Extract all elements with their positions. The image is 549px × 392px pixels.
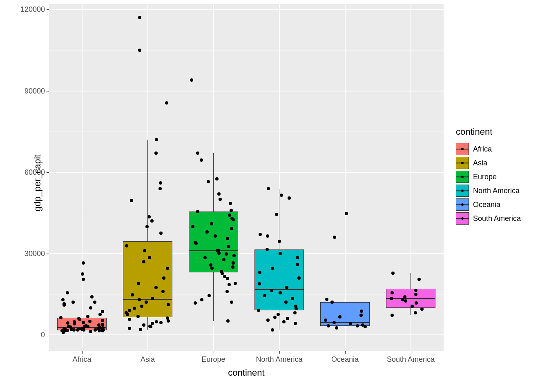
data-point — [90, 295, 94, 298]
data-point — [200, 158, 203, 162]
data-point — [131, 293, 134, 296]
data-point — [279, 252, 282, 255]
data-point — [89, 330, 92, 333]
data-point — [222, 258, 225, 261]
legend-label: Asia — [473, 159, 487, 167]
data-point — [98, 313, 102, 316]
data-point — [166, 267, 169, 270]
data-point — [142, 260, 145, 263]
data-point — [296, 256, 299, 259]
legend-label: Africa — [473, 145, 492, 154]
data-point — [190, 78, 193, 82]
data-point — [286, 317, 289, 320]
data-point — [270, 289, 273, 292]
data-point — [232, 261, 235, 265]
data-point — [359, 314, 363, 317]
data-point — [93, 301, 96, 304]
data-point — [86, 315, 89, 318]
data-point — [324, 318, 327, 322]
legend-item: Europe — [456, 170, 521, 184]
data-point — [325, 298, 328, 301]
data-point — [391, 314, 394, 317]
data-point — [166, 316, 169, 320]
y-tick-label: 90000 — [25, 87, 49, 95]
legend-key — [456, 157, 469, 169]
legend-item: Asia — [456, 156, 521, 170]
data-point — [230, 217, 234, 220]
data-point — [150, 219, 154, 223]
data-point — [417, 278, 421, 281]
data-point — [148, 256, 151, 259]
data-point — [297, 276, 301, 280]
data-point — [296, 263, 299, 266]
data-point — [159, 232, 163, 235]
data-point — [234, 282, 237, 285]
data-point — [82, 321, 85, 324]
data-point — [196, 151, 199, 155]
data-point — [77, 327, 80, 331]
legend-item: South America — [456, 212, 521, 225]
data-point — [277, 313, 280, 316]
data-point — [231, 265, 234, 269]
data-point — [349, 322, 352, 325]
data-point — [147, 215, 151, 218]
y-axis-title: gdp_per_capit — [32, 154, 43, 211]
boxplot-box — [123, 241, 172, 317]
legend-key — [456, 212, 469, 225]
data-point — [335, 326, 338, 330]
data-point — [420, 307, 424, 311]
data-point — [154, 151, 158, 155]
data-point — [207, 180, 210, 183]
plot-panel: 0300006000090000120000AfricaAsiaEuropeNo… — [49, 4, 444, 351]
data-point — [62, 302, 66, 305]
data-point — [391, 272, 395, 275]
data-point — [154, 286, 158, 289]
data-point — [125, 311, 128, 314]
data-point — [288, 196, 291, 200]
data-point — [391, 291, 394, 294]
data-point — [62, 327, 66, 330]
legend-key — [456, 171, 469, 183]
data-point — [217, 192, 221, 196]
data-point — [101, 323, 104, 326]
data-point — [228, 214, 231, 217]
data-point — [151, 297, 154, 300]
data-point — [226, 277, 229, 280]
data-point — [101, 319, 104, 322]
data-point — [205, 230, 209, 234]
data-point — [138, 16, 141, 19]
data-point — [67, 325, 70, 328]
data-point — [215, 177, 219, 180]
data-point — [82, 261, 85, 265]
y-tick-label: 120000 — [20, 5, 49, 14]
data-point — [263, 294, 266, 297]
data-point — [225, 252, 228, 256]
data-point — [403, 295, 406, 298]
data-point — [267, 187, 270, 190]
data-point — [66, 291, 69, 294]
data-point — [219, 198, 222, 201]
data-point — [191, 225, 194, 228]
y-tick-label: 30000 — [25, 249, 49, 258]
data-point — [159, 321, 163, 324]
data-point — [130, 199, 133, 202]
data-point — [360, 310, 363, 313]
data-point — [228, 283, 231, 286]
data-point — [200, 298, 203, 301]
data-point — [333, 236, 336, 239]
data-point — [273, 316, 277, 319]
data-point — [151, 322, 154, 325]
legend-item: North America — [456, 184, 521, 198]
data-point — [142, 323, 145, 327]
data-point — [230, 301, 233, 304]
data-point — [159, 181, 162, 185]
data-point — [128, 327, 131, 330]
data-point — [162, 276, 165, 280]
data-point — [271, 328, 274, 332]
data-point — [139, 328, 142, 331]
data-point — [232, 254, 236, 257]
data-point — [210, 267, 214, 270]
data-point — [208, 294, 211, 297]
data-point — [214, 234, 217, 238]
chart-wrapper: 0300006000090000120000AfricaAsiaEuropeNo… — [0, 0, 549, 392]
